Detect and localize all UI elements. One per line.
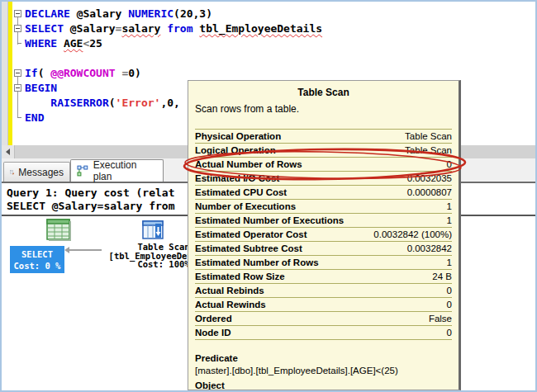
tooltip-row-value: 0	[447, 298, 452, 311]
fold-minus-icon[interactable]	[12, 7, 25, 21]
tooltip-description: Scan rows from a table.	[195, 103, 452, 115]
tooltip-row-value: 0	[447, 326, 452, 339]
query-text-header[interactable]: SELECT @Salary=salary from	[7, 200, 175, 212]
tooltip-clipped-label: Object	[195, 380, 452, 390]
tooltip-row-value: 1	[447, 200, 452, 213]
tooltip-row-value: 0.0032035	[407, 172, 452, 185]
tooltip-title: Table Scan	[195, 87, 452, 98]
tooltip-row-label: Ordered	[195, 312, 232, 325]
tooltip-row-value: Table Scan	[405, 144, 452, 157]
tooltip-row-label: Logical Operation	[195, 144, 276, 157]
tooltip-row-label: Estimated I/O Cost	[195, 172, 279, 185]
tab-label: Messages	[18, 167, 64, 178]
code-text: END	[25, 111, 44, 125]
code-text: RAISERROR('Error',0,	[25, 96, 180, 111]
select-node-cost: Cost: 0 %	[10, 260, 64, 272]
tooltip-row: Estimated CPU Cost0.0000807	[195, 186, 452, 200]
scroll-left-icon[interactable]	[2, 145, 15, 158]
tooltip-row: Estimated Operator Cost0.0032842 (100%)	[195, 228, 452, 242]
fold-minus-icon[interactable]	[12, 66, 25, 81]
tooltip-row-label: Estimated CPU Cost	[195, 186, 287, 199]
tooltip-row: Estimated Number of Rows1	[195, 256, 452, 270]
tooltip-rows: Physical OperationTable ScanLogical Oper…	[195, 129, 452, 340]
tooltip-row-label: Estimated Row Size	[195, 270, 285, 283]
tooltip-row-label: Actual Rewinds	[195, 298, 266, 311]
tooltip-row: Actual Rebinds0	[195, 284, 452, 298]
tooltip-row-value: 0.0032842	[407, 242, 452, 255]
tooltip-row-label: Estimated Number of Executions	[195, 214, 344, 227]
left-triangle-icon	[6, 149, 10, 155]
tooltip-predicate-header: Predicate	[195, 353, 452, 363]
code-text: DECLARE @Salary NUMERIC(20,3)	[25, 7, 212, 21]
editor-margin	[2, 2, 8, 145]
code-line: DECLARE @Salary NUMERIC(20,3)	[12, 7, 535, 21]
table-scan-icon[interactable]	[142, 220, 164, 240]
fold-minus-icon[interactable]	[12, 81, 25, 96]
tooltip-row-label: Estimated Number of Rows	[195, 256, 319, 269]
execution-plan-icon	[77, 165, 89, 177]
table-scan-tooltip: Table Scan Scan rows from a table. Physi…	[188, 80, 461, 390]
select-node[interactable]: SELECT Cost: 0 %	[10, 246, 64, 273]
tab-messages[interactable]: Messages	[3, 162, 70, 182]
tooltip-row: Estimated Subtree Cost0.0032842	[195, 242, 452, 256]
tooltip-row-label: Number of Executions	[195, 200, 296, 213]
fold-minus-icon[interactable]	[12, 21, 25, 36]
select-node-icon[interactable]	[45, 219, 72, 242]
arrow-shaft	[69, 249, 102, 251]
tooltip-row: Estimated Number of Executions1	[195, 214, 452, 228]
messages-icon	[10, 167, 14, 178]
tooltip-row: Estimated I/O Cost0.0032035	[195, 172, 452, 186]
tooltip-row: Actual Rewinds0	[195, 298, 452, 312]
tooltip-row-value: 0.0000807	[407, 186, 452, 199]
tooltip-row: Node ID0	[195, 326, 452, 340]
code-text: SELECT @Salary=salary from tbl_EmployeeD…	[25, 21, 322, 36]
plan-arrow	[64, 247, 102, 253]
code-line	[12, 51, 535, 66]
ssms-window: DECLARE @Salary NUMERIC(20,3)SELECT @Sal…	[0, 0, 537, 392]
tooltip-row: Physical OperationTable Scan	[195, 130, 452, 144]
query-cost-header: Query 1: Query cost (relat	[7, 187, 175, 199]
tooltip-row-value: 1	[447, 214, 452, 227]
tooltip-row-label: Estimated Operator Cost	[195, 228, 307, 241]
tooltip-row: Number of Executions1	[195, 200, 452, 214]
fold-tick	[12, 111, 25, 125]
fold-spacer	[12, 51, 25, 66]
code-text: If( @@ROWCOUNT =0)	[25, 66, 141, 81]
tooltip-row-value: 0	[447, 284, 452, 297]
tooltip-row-label: Actual Rebinds	[195, 284, 264, 297]
tooltip-row-label: Actual Number of Rows	[195, 158, 302, 171]
fold-tick	[12, 36, 25, 51]
tooltip-row-label: Physical Operation	[195, 130, 281, 143]
code-line: If( @@ROWCOUNT =0)	[12, 66, 535, 81]
tooltip-row-highlighted: Actual Number of Rows0	[195, 158, 452, 172]
tooltip-row-value: 24 B	[432, 270, 452, 283]
tooltip-predicate-value: [master].[dbo].[tbl_EmployeeDetails].[AG…	[195, 366, 452, 375]
tooltip-row: Estimated Row Size24 B	[195, 270, 452, 284]
code-line: SELECT @Salary=salary from tbl_EmployeeD…	[12, 21, 535, 36]
tooltip-row-value: False	[429, 312, 452, 325]
code-text: BEGIN	[25, 81, 57, 96]
tooltip-row: OrderedFalse	[195, 312, 452, 326]
code-line: WHERE AGE<25	[12, 36, 535, 51]
tooltip-row-label: Node ID	[195, 326, 230, 339]
tooltip-row-value: Table Scan	[405, 130, 452, 143]
select-node-title: SELECT	[10, 248, 64, 260]
tooltip-row-label: Estimated Subtree Cost	[195, 242, 302, 255]
tooltip-row-value: 0.0032842 (100%)	[373, 228, 452, 241]
code-text: WHERE AGE<25	[25, 36, 102, 51]
tooltip-row-value: 0	[447, 158, 452, 171]
tab-label: Execution plan	[93, 159, 157, 182]
fold-spacer	[12, 96, 25, 111]
tooltip-row: Logical OperationTable Scan	[195, 144, 452, 158]
tab-execution-plan[interactable]: Execution plan	[70, 159, 164, 182]
tooltip-row-value: 1	[447, 256, 452, 269]
